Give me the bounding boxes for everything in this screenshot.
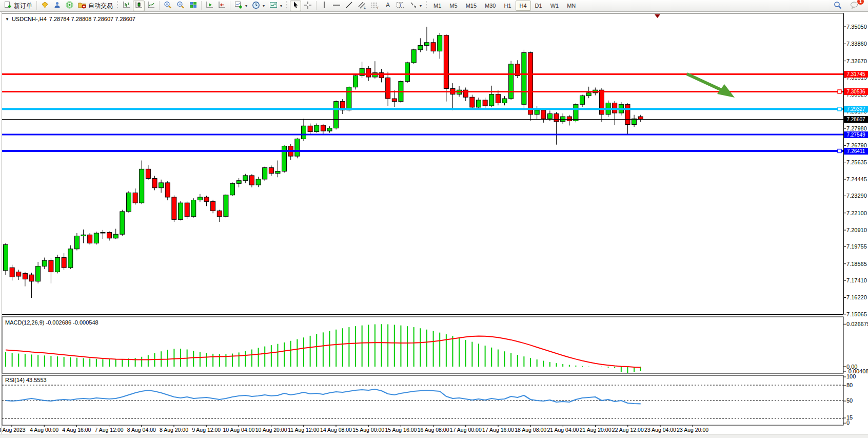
candle-body[interactable] (308, 126, 312, 131)
trendline-button[interactable] (343, 1, 355, 11)
arrows-button[interactable]: ▾ (407, 1, 424, 11)
candle-body[interactable] (496, 94, 500, 103)
candle-body[interactable] (547, 113, 552, 119)
notification-badge[interactable]: 1 (857, 0, 864, 5)
candle-body[interactable] (574, 104, 578, 121)
new-chart-button[interactable]: ▾ (232, 1, 249, 11)
candle-body[interactable] (126, 193, 131, 212)
candle-body[interactable] (10, 268, 14, 277)
candle-body[interactable] (418, 45, 423, 49)
drag-handle[interactable] (425, 1, 428, 10)
bar-chart-button[interactable] (121, 1, 132, 11)
new-order-button[interactable]: 新订单 (2, 1, 34, 11)
candle-body[interactable] (42, 260, 47, 266)
candle-body[interactable] (120, 212, 125, 234)
candle-body[interactable] (198, 197, 202, 200)
candle-body[interactable] (613, 103, 617, 113)
candle-body[interactable] (483, 100, 487, 106)
autotrading-button[interactable]: 自动交易 (76, 1, 115, 11)
candle-body[interactable] (528, 52, 533, 114)
timeframe-MN[interactable]: MN (563, 1, 580, 11)
candle-body[interactable] (282, 146, 287, 171)
candle-body[interactable] (321, 125, 325, 131)
line-marker[interactable] (838, 107, 841, 111)
candle-body[interactable] (438, 35, 442, 51)
candle-body[interactable] (411, 50, 416, 63)
timeframe-H1[interactable]: H1 (500, 1, 515, 11)
candle-body[interactable] (16, 272, 21, 276)
candle-body[interactable] (107, 233, 112, 238)
candle-body[interactable] (567, 117, 571, 121)
candle-body[interactable] (146, 169, 150, 178)
search-button[interactable] (832, 1, 844, 11)
auto-scroll-button[interactable] (204, 1, 215, 11)
candle-body[interactable] (314, 125, 319, 132)
candle-body[interactable] (353, 75, 358, 87)
candle-body[interactable] (159, 183, 164, 188)
candle-body[interactable] (405, 63, 410, 81)
chart-shift-button[interactable] (216, 1, 228, 11)
candle-body[interactable] (133, 193, 137, 203)
candle-body[interactable] (269, 168, 273, 174)
indicators-button[interactable]: ▾ (267, 1, 284, 11)
candle-body[interactable] (470, 97, 475, 107)
candle-body[interactable] (476, 100, 481, 107)
periods-button[interactable]: ▾ (250, 1, 267, 11)
timeframe-H4[interactable]: H4 (516, 1, 531, 11)
candle-body[interactable] (211, 201, 215, 211)
candle-body[interactable] (23, 273, 27, 279)
cursor-button[interactable] (290, 1, 301, 11)
timeframe-D1[interactable]: D1 (531, 1, 546, 11)
candle-body[interactable] (301, 126, 306, 139)
candle-body[interactable] (49, 260, 53, 272)
candle-body[interactable] (638, 117, 643, 119)
candle-body[interactable] (243, 176, 248, 181)
candle-body[interactable] (29, 275, 34, 281)
zoom-in-button[interactable] (162, 1, 174, 11)
candle-body[interactable] (489, 94, 494, 106)
candle-body[interactable] (191, 200, 196, 217)
candle-body[interactable] (580, 96, 585, 104)
signals-button[interactable] (64, 1, 75, 11)
candle-body[interactable] (88, 235, 92, 243)
candle-body[interactable] (4, 244, 8, 270)
candle-body[interactable] (392, 99, 397, 102)
candle-body[interactable] (152, 179, 157, 188)
equidistant-channel-button[interactable]: E (356, 1, 368, 11)
candle-body[interactable] (586, 93, 591, 96)
timeframe-M1[interactable]: M1 (429, 1, 445, 11)
candle-body[interactable] (327, 128, 332, 131)
tile-windows-button[interactable] (187, 1, 199, 11)
fibonacci-button[interactable]: F (369, 1, 382, 11)
drag-handle[interactable] (286, 1, 288, 10)
timeframe-M15[interactable]: M15 (462, 1, 481, 11)
candle-body[interactable] (386, 78, 390, 99)
chart-area[interactable]: 7.350507.338607.326707.315157.303257.291… (0, 12, 868, 438)
candle-body[interactable] (295, 139, 300, 156)
candle-body[interactable] (94, 233, 98, 243)
candle-body[interactable] (502, 99, 507, 103)
zoom-out-button[interactable] (174, 1, 187, 11)
candle-body[interactable] (541, 110, 546, 119)
chat-button[interactable]: 1 (848, 1, 861, 11)
candle-body[interactable] (522, 52, 526, 104)
line-marker[interactable] (838, 90, 841, 93)
candle-body[interactable] (230, 183, 235, 195)
candle-body[interactable] (74, 236, 79, 249)
timeframe-M5[interactable]: M5 (445, 1, 461, 11)
candle-body[interactable] (424, 43, 429, 46)
accounts-button[interactable] (51, 1, 63, 11)
candle-body[interactable] (334, 102, 339, 128)
candle-body[interactable] (62, 258, 66, 268)
candle-body[interactable] (275, 172, 280, 174)
timeframe-W1[interactable]: W1 (546, 1, 563, 11)
candle-body[interactable] (263, 168, 267, 179)
candle-body[interactable] (554, 113, 559, 121)
candle-body[interactable] (165, 183, 170, 197)
candle-body[interactable] (236, 181, 241, 184)
candle-body[interactable] (36, 266, 41, 281)
symbol-collapse-icon[interactable]: ▼ (5, 17, 9, 22)
candle-body[interactable] (217, 211, 222, 217)
vertical-line-button[interactable] (319, 1, 330, 11)
line-chart-button[interactable] (145, 1, 157, 11)
